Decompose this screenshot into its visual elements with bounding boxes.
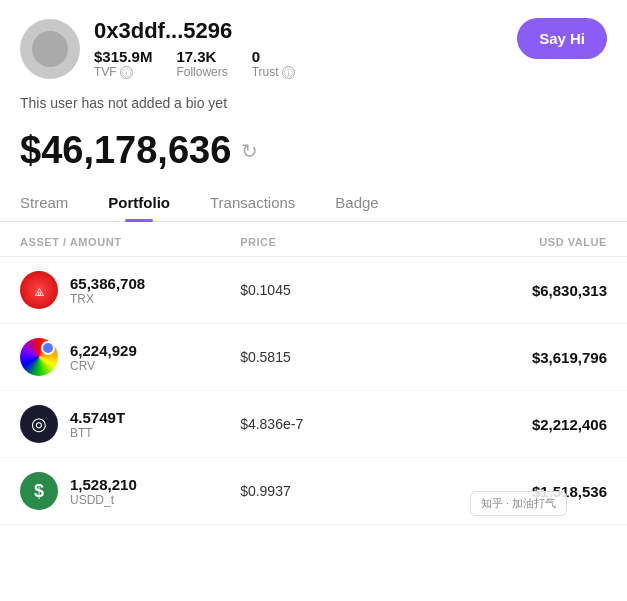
portfolio-value-section: $46,178,636 ↻ — [0, 121, 627, 178]
usdd-symbol: USDD_t — [70, 493, 137, 507]
tab-bar: Stream Portfolio Transactions Badge — [0, 184, 627, 222]
table-row: 1,528,210 USDD_t $0.9937 $1,518,536 知乎 ·… — [0, 458, 627, 525]
portfolio-total-value: $46,178,636 — [20, 129, 231, 172]
trust-value: 0 — [252, 48, 295, 65]
refresh-icon[interactable]: ↻ — [241, 139, 258, 163]
crv-badge — [41, 341, 55, 355]
asset-left: 1,528,210 USDD_t — [20, 472, 240, 510]
crv-symbol: CRV — [70, 359, 137, 373]
trust-stat: 0 Trust ⓘ — [252, 48, 295, 79]
followers-stat: 17.3K Followers — [176, 48, 227, 79]
say-hi-button[interactable]: Say Hi — [517, 18, 607, 59]
tab-portfolio[interactable]: Portfolio — [88, 184, 190, 221]
tvf-label: TVF ⓘ — [94, 65, 152, 79]
trx-icon — [20, 271, 58, 309]
profile-header: 0x3ddf...5296 $315.9M TVF ⓘ 17.3K Follow… — [0, 0, 627, 89]
table-row: 6,224,929 CRV $0.5815 $3,619,796 — [0, 324, 627, 391]
crv-icon — [20, 338, 58, 376]
asset-left: 65,386,708 TRX — [20, 271, 240, 309]
btt-symbol: BTT — [70, 426, 125, 440]
crv-details: 6,224,929 CRV — [70, 342, 137, 373]
table-header: ASSET / AMOUNT PRICE USD VALUE — [0, 222, 627, 257]
usdd-icon — [20, 472, 58, 510]
bio-section: This user has not added a bio yet — [0, 89, 627, 121]
followers-label: Followers — [176, 65, 227, 79]
avatar — [20, 19, 80, 79]
usdd-price: $0.9937 — [240, 483, 423, 499]
tvf-stat: $315.9M TVF ⓘ — [94, 48, 152, 79]
col-header-price: PRICE — [240, 236, 423, 248]
btt-usd-value: $2,212,406 — [424, 416, 607, 433]
crv-amount: 6,224,929 — [70, 342, 137, 359]
bio-text: This user has not added a bio yet — [20, 95, 227, 111]
trx-usd-value: $6,830,313 — [424, 282, 607, 299]
trx-symbol: TRX — [70, 292, 145, 306]
table-row: 65,386,708 TRX $0.1045 $6,830,313 — [0, 257, 627, 324]
col-header-asset: ASSET / AMOUNT — [20, 236, 240, 248]
asset-table: ASSET / AMOUNT PRICE USD VALUE 65,386,70… — [0, 222, 627, 525]
usdd-amount: 1,528,210 — [70, 476, 137, 493]
trx-price: $0.1045 — [240, 282, 423, 298]
trust-info-icon[interactable]: ⓘ — [282, 66, 295, 79]
btt-icon — [20, 405, 58, 443]
usdd-usd-value: $1,518,536 — [424, 483, 607, 500]
btt-amount: 4.5749T — [70, 409, 125, 426]
btt-details: 4.5749T BTT — [70, 409, 125, 440]
usdd-details: 1,528,210 USDD_t — [70, 476, 137, 507]
crv-usd-value: $3,619,796 — [424, 349, 607, 366]
tab-stream[interactable]: Stream — [20, 184, 88, 221]
asset-left: 4.5749T BTT — [20, 405, 240, 443]
avatar-inner — [32, 31, 68, 67]
asset-left: 6,224,929 CRV — [20, 338, 240, 376]
trx-amount: 65,386,708 — [70, 275, 145, 292]
trx-details: 65,386,708 TRX — [70, 275, 145, 306]
btt-price: $4.836e-7 — [240, 416, 423, 432]
col-header-usd: USD VALUE — [424, 236, 607, 248]
tab-transactions[interactable]: Transactions — [190, 184, 315, 221]
followers-value: 17.3K — [176, 48, 227, 65]
trust-label: Trust ⓘ — [252, 65, 295, 79]
crv-price: $0.5815 — [240, 349, 423, 365]
tvf-info-icon[interactable]: ⓘ — [120, 66, 133, 79]
tab-badge[interactable]: Badge — [315, 184, 398, 221]
table-row: 4.5749T BTT $4.836e-7 $2,212,406 — [0, 391, 627, 458]
tvf-value: $315.9M — [94, 48, 152, 65]
